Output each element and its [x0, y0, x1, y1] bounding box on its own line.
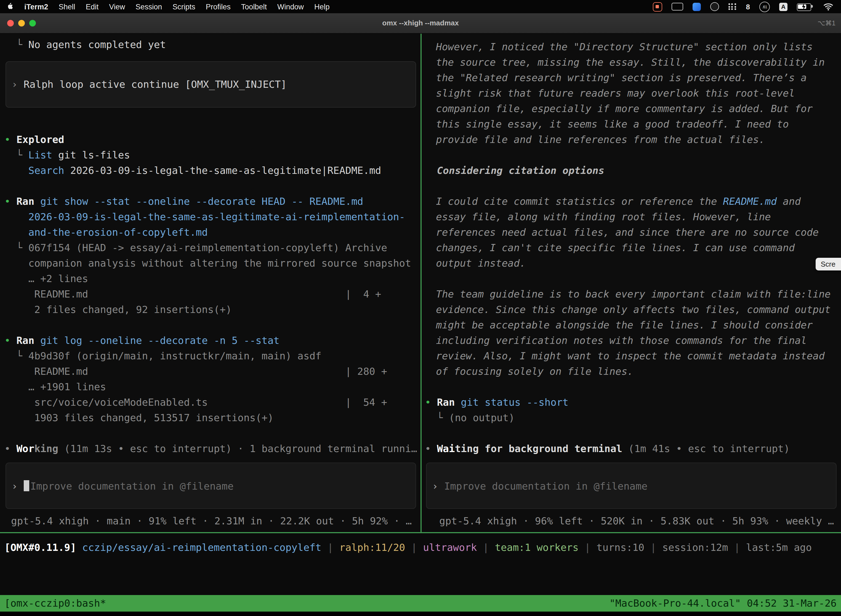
text-segment: git show --stat --oneline --decorate HEA… — [40, 195, 363, 207]
tmux-status-bar: [omx-cczip0:bash* "MacBook-Pro-44.local"… — [0, 595, 841, 612]
menu-item-shell[interactable]: Shell — [59, 3, 75, 11]
gauge-icon[interactable]: .61 — [759, 1, 770, 12]
menu-item-iterm2[interactable]: iTerm2 — [24, 3, 48, 11]
terminal-line: 1903 files changed, 513517 insertions(+) — [4, 410, 418, 425]
prompt-input-right[interactable]: › Improve documentation in @filename — [426, 462, 837, 509]
text-segment: | — [579, 541, 596, 553]
terminal-line: README.md | 4 + — [4, 286, 418, 302]
text-segment: git log --oneline --decorate -n 5 --stat — [40, 334, 280, 346]
terminal-line: └ 067f154 (HEAD -> essay/ai-reimplementa… — [4, 240, 418, 255]
terminal-line: • Waiting for background terminal (1m 41… — [425, 441, 839, 456]
wifi-icon[interactable] — [823, 3, 833, 10]
text-segment: Wor — [16, 443, 34, 454]
terminal-gap — [4, 108, 418, 116]
apple-menu[interactable] — [7, 1, 14, 12]
menu-left: iTerm2ShellEditViewSessionScriptsProfile… — [7, 1, 330, 12]
thinking-paragraph: However, I noticed the "Directory Struct… — [436, 39, 835, 147]
close-button[interactable] — [7, 20, 14, 26]
prompt-chevron: › — [432, 480, 438, 491]
text-segment: … +2 lines — [4, 273, 88, 284]
text-segment — [4, 226, 28, 238]
text-segment: Ran — [16, 195, 34, 207]
grid-icon[interactable] — [728, 3, 737, 10]
left-scrollback: └ No agents completed yet› Ralph loop ac… — [4, 37, 418, 462]
minimize-button[interactable] — [18, 20, 25, 26]
traffic-lights — [7, 20, 36, 26]
menubar-status-icons: 8.61A — [653, 1, 833, 12]
input-placeholder: Improve documentation in @filename — [444, 480, 648, 491]
terminal-line: └ (no output) — [425, 410, 839, 425]
text-segment: Search — [28, 164, 64, 176]
model-status-right: gpt-5.4 xhigh · 96% left · 520K in · 5.8… — [425, 513, 839, 532]
text-segment: | — [477, 541, 495, 553]
terminal-line: src/voice/voiceModeEnabled.ts | 54 + — [4, 395, 418, 410]
terminal-blank-line — [4, 178, 418, 194]
keyboard-icon[interactable] — [672, 3, 683, 10]
apple-icon — [7, 1, 14, 12]
menu-item-edit[interactable]: Edit — [86, 3, 99, 11]
text-segment: git ls-files — [52, 149, 130, 161]
text-segment: README.md | 280 + — [4, 365, 387, 377]
text-segment: ting for background terminal — [455, 443, 622, 454]
text-segment: last:5m ago — [746, 541, 812, 553]
text-segment: • — [425, 396, 437, 408]
text-segment: • — [4, 334, 16, 346]
window-title-bar: omx --xhigh --madmax ⌥⌘1 — [0, 13, 841, 34]
text-segment: king — [34, 443, 58, 454]
text-segment: List — [28, 149, 53, 161]
blue-app-icon[interactable] — [693, 3, 701, 11]
text-segment: README.md — [723, 195, 777, 207]
terminal-line: … +2 lines — [4, 271, 418, 286]
thinking-paragraph: I could cite commit statistics or refere… — [436, 194, 835, 271]
text-segment: (11m 13s • esc to interrupt) · 1 backgro… — [58, 443, 417, 454]
pane-right: However, I noticed the "Directory Struct… — [422, 34, 841, 532]
screen-recording-stop-icon[interactable] — [653, 2, 662, 11]
screen-share-tooltip[interactable]: Scre — [816, 258, 841, 270]
menu-item-profiles[interactable]: Profiles — [206, 3, 231, 11]
app-icon-8[interactable]: 8 — [746, 3, 750, 11]
terminal-line: • Ran git status --short — [425, 395, 839, 410]
text-segment: I could cite commit statistics or refere… — [436, 195, 723, 207]
text-segment: The team guideline is to back every impo… — [436, 288, 837, 377]
tmux-session-window: [omx-cczip0:bash* — [4, 595, 106, 612]
omx-status-line: [OMX#0.11.9] cczip/essay/ai-reimplementa… — [0, 533, 841, 595]
terminal-line: 2026-03-09-is-legal-the-same-as-legitima… — [4, 209, 418, 224]
injected-command-box: › Ralph loop active continue [OMX_TMUX_I… — [6, 61, 416, 108]
terminal-line: › Ralph loop active continue [OMX_TMUX_I… — [12, 77, 287, 92]
terminal-line: Search 2026-03-09-is-legal-the-same-as-l… — [4, 163, 418, 178]
terminal-line: • Ran git show --stat --oneline --decora… — [4, 194, 418, 209]
zoom-button[interactable] — [29, 20, 36, 26]
menu-item-session[interactable]: Session — [135, 3, 162, 11]
text-segment — [4, 211, 28, 223]
menu-item-window[interactable]: Window — [277, 3, 304, 11]
text-segment: git status --short — [461, 396, 568, 408]
input-source-icon[interactable]: A — [779, 3, 787, 11]
text-segment — [34, 334, 40, 346]
text-segment: Ran — [16, 334, 34, 346]
desktop-strip — [0, 612, 841, 616]
text-segment: [OMX#0.11.9] — [4, 541, 76, 553]
dark-app-icon[interactable] — [710, 2, 719, 11]
terminal-line: companion analysis without altering the … — [4, 255, 418, 271]
menu-item-view[interactable]: View — [109, 3, 125, 11]
text-cursor — [24, 480, 29, 491]
text-segment: 1903 files changed, 513517 insertions(+) — [4, 412, 273, 423]
prompt-input-left[interactable]: › Improve documentation in @filename — [6, 462, 416, 509]
menu-item-toolbelt[interactable]: Toolbelt — [241, 3, 267, 11]
text-segment: › — [12, 78, 23, 90]
terminal-blank-line — [425, 178, 839, 194]
terminal-line: └ List git ls-files — [4, 147, 418, 163]
terminal-line: └ No agents completed yet — [4, 37, 418, 53]
pane-left: └ No agents completed yet› Ralph loop ac… — [0, 34, 420, 532]
window-shortcut-badge: ⌥⌘1 — [818, 13, 835, 33]
thinking-paragraph: The team guideline is to back every impo… — [436, 286, 835, 379]
text-segment: | — [644, 541, 662, 553]
battery-icon[interactable] — [797, 3, 814, 10]
text-segment: • — [4, 195, 16, 207]
terminal-blank-line — [425, 271, 839, 286]
menu-item-help[interactable]: Help — [314, 3, 330, 11]
terminal-blank-line — [4, 116, 418, 132]
terminal-blank-line — [4, 317, 418, 333]
menu-item-scripts[interactable]: Scripts — [173, 3, 195, 11]
tmux-host-time: "MacBook-Pro-44.local" 04:52 31-Mar-26 — [609, 595, 837, 612]
